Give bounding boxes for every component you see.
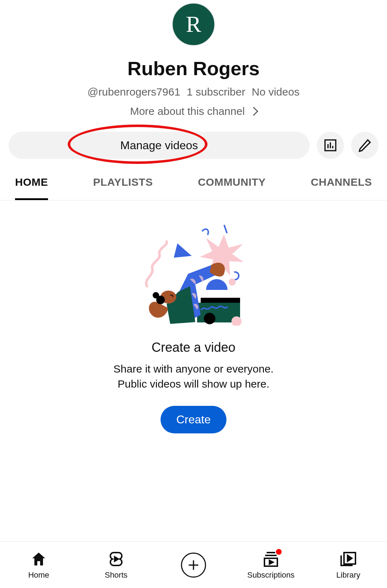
manage-videos-label: Manage videos	[120, 139, 198, 152]
subscriptions-icon	[262, 550, 280, 568]
analytics-icon	[323, 138, 338, 152]
avatar[interactable]: R	[172, 3, 215, 46]
chevron-right-icon	[249, 107, 258, 116]
empty-state-description: Share it with anyone or everyone. Public…	[114, 361, 274, 392]
nav-create[interactable]	[165, 553, 222, 578]
nav-subscriptions-label: Subscriptions	[247, 570, 295, 580]
home-icon	[30, 550, 47, 568]
channel-meta: @rubenrogers7961 1 subscriber No videos	[87, 86, 300, 98]
empty-state-title: Create a video	[152, 340, 235, 355]
pencil-icon	[358, 138, 372, 152]
nav-shorts[interactable]: Shorts	[87, 550, 145, 580]
analytics-button[interactable]	[317, 132, 344, 159]
svg-point-6	[229, 278, 236, 286]
edit-button[interactable]	[351, 132, 378, 159]
library-icon	[340, 550, 357, 568]
tab-playlists[interactable]: PLAYLISTS	[93, 176, 153, 200]
nav-library-label: Library	[336, 570, 360, 580]
tab-community[interactable]: COMMUNITY	[198, 176, 266, 200]
svg-point-8	[204, 313, 215, 324]
nav-shorts-label: Shorts	[105, 570, 128, 580]
empty-desc-line2: Public videos will show up here.	[114, 376, 274, 392]
tab-channels[interactable]: CHANNELS	[311, 176, 372, 200]
create-button-label: Create	[176, 413, 211, 426]
nav-library[interactable]: Library	[320, 550, 377, 580]
more-about-label: More about this channel	[130, 105, 245, 117]
video-count: No videos	[252, 86, 299, 98]
channel-name: Ruben Rogers	[127, 57, 259, 79]
svg-point-11	[153, 292, 159, 298]
avatar-letter: R	[186, 11, 201, 38]
create-button[interactable]: Create	[161, 406, 226, 433]
nav-home[interactable]: Home	[10, 550, 67, 580]
bottom-navigation: Home Shorts Subscriptions	[0, 541, 387, 588]
create-video-illustration	[136, 222, 251, 326]
svg-rect-4	[201, 298, 240, 303]
manage-videos-button[interactable]: Manage videos	[9, 132, 310, 159]
more-about-link[interactable]: More about this channel	[130, 105, 257, 117]
tab-home[interactable]: HOME	[15, 176, 48, 200]
plus-icon	[181, 553, 206, 578]
shorts-icon	[108, 550, 125, 568]
subscriber-count: 1 subscriber	[187, 86, 245, 98]
nav-subscriptions[interactable]: Subscriptions	[242, 550, 300, 580]
notification-dot-icon	[276, 549, 282, 555]
nav-home-label: Home	[28, 570, 49, 580]
channel-handle: @rubenrogers7961	[87, 86, 180, 98]
empty-desc-line1: Share it with anyone or everyone.	[114, 361, 274, 376]
